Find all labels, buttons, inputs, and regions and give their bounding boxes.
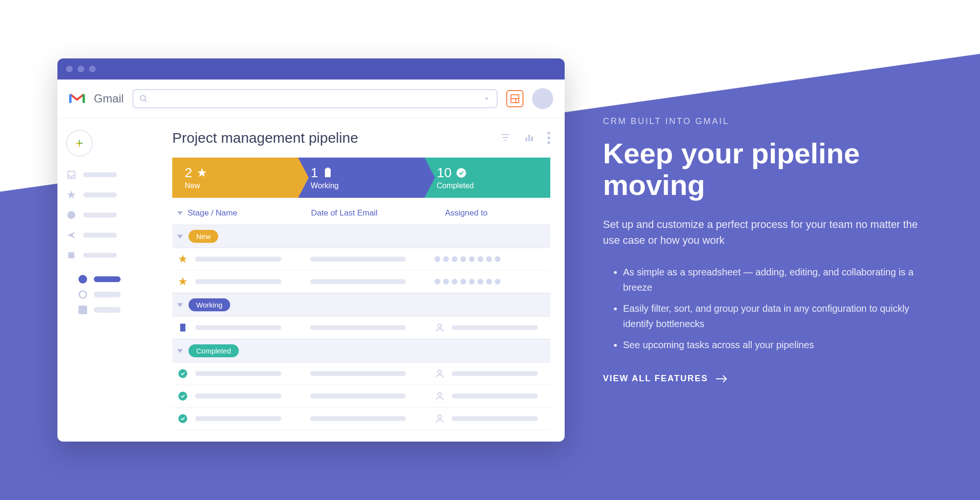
stage-working[interactable]: 1 Working — [298, 158, 424, 198]
table-row[interactable] — [172, 271, 550, 293]
clock-icon — [66, 210, 77, 220]
stage-count: 2 — [185, 165, 192, 181]
stage-pill: Working — [189, 298, 230, 311]
search-icon — [139, 94, 148, 103]
dot-icon — [78, 275, 87, 284]
compose-button[interactable]: + — [66, 130, 93, 157]
check-circle-icon — [177, 413, 189, 424]
svg-point-21 — [438, 393, 441, 396]
plus-icon: + — [76, 136, 83, 151]
feature-list: As simple as a spreadsheet — adding, edi… — [603, 264, 923, 352]
cta-label: VIEW ALL FEATURES — [603, 374, 708, 384]
feature-item: See upcoming tasks across all your pipel… — [623, 337, 923, 352]
circle-icon — [78, 290, 87, 299]
filter-icon[interactable] — [500, 132, 511, 143]
svg-rect-10 — [525, 137, 527, 141]
more-menu-icon[interactable] — [547, 132, 550, 144]
star-icon — [177, 254, 189, 264]
group-header-new[interactable]: New — [172, 225, 550, 248]
check-circle-icon — [456, 167, 467, 179]
top-bar: Gmail — [57, 80, 565, 118]
eyebrow-text: CRM BUILT INTO GMAIL — [603, 116, 923, 126]
stage-label: Working — [311, 182, 412, 190]
stage-pill: Completed — [189, 344, 239, 357]
svg-point-19 — [438, 370, 441, 374]
stage-pill: New — [189, 230, 218, 243]
sidebar-pipeline-item[interactable] — [78, 302, 149, 318]
pipeline-table: Stage / Name Date of Last Email Assigned… — [172, 202, 550, 430]
streak-toggle-button[interactable] — [506, 90, 523, 107]
clipboard-icon — [322, 167, 334, 179]
stage-label: Completed — [437, 182, 538, 190]
column-assigned[interactable]: Assigned to — [445, 208, 546, 218]
star-icon — [196, 167, 208, 179]
window-control-minimize[interactable] — [78, 66, 84, 72]
inbox-icon — [66, 170, 77, 180]
window-titlebar — [57, 58, 565, 80]
send-icon — [66, 230, 77, 240]
sidebar-item-snoozed[interactable] — [66, 206, 149, 224]
person-icon — [434, 322, 445, 333]
stage-summary: 2 New 1 Working 10 Completed — [172, 158, 550, 198]
svg-line-1 — [145, 100, 147, 102]
page-title: Project management pipeline — [172, 130, 358, 146]
column-stage[interactable]: Stage / Name — [177, 208, 311, 218]
column-date[interactable]: Date of Last Email — [311, 208, 445, 218]
table-row[interactable] — [172, 317, 550, 339]
collapse-icon — [177, 349, 183, 353]
sidebar-pipeline-active[interactable] — [78, 272, 149, 287]
check-circle-icon — [177, 391, 189, 401]
user-avatar[interactable] — [532, 88, 553, 109]
star-icon — [66, 190, 77, 200]
brand-label: Gmail — [94, 92, 124, 105]
sidebar-item-sent[interactable] — [66, 227, 149, 244]
star-icon — [177, 276, 189, 287]
svg-point-23 — [438, 415, 441, 419]
svg-point-0 — [140, 95, 145, 101]
sidebar-item-starred[interactable] — [66, 186, 149, 204]
collapse-icon — [177, 303, 183, 307]
search-input[interactable] — [133, 89, 498, 108]
table-row[interactable] — [172, 408, 550, 430]
view-features-link[interactable]: VIEW ALL FEATURES — [603, 374, 728, 384]
window-control-maximize[interactable] — [89, 66, 96, 72]
svg-rect-13 — [325, 169, 331, 177]
stage-label: New — [185, 182, 286, 190]
arrow-right-icon — [715, 374, 728, 384]
svg-rect-12 — [531, 136, 533, 141]
app-window: Gmail + Project management pipelin — [57, 58, 565, 442]
group-header-completed[interactable]: Completed — [172, 339, 550, 363]
table-row[interactable] — [172, 363, 550, 385]
svg-rect-6 — [68, 252, 75, 259]
feature-item: Easily filter, sort, and group your data… — [623, 301, 923, 331]
sidebar-item-drafts[interactable] — [66, 247, 149, 264]
chart-icon[interactable] — [523, 132, 535, 143]
svg-point-15 — [457, 168, 466, 178]
svg-rect-14 — [326, 168, 329, 170]
sidebar-pipeline-item[interactable] — [78, 287, 149, 302]
person-icon — [434, 413, 445, 424]
stage-completed[interactable]: 10 Completed — [424, 158, 550, 198]
table-row[interactable] — [172, 385, 550, 408]
stage-new[interactable]: 2 New — [172, 158, 298, 198]
sidebar-item-inbox[interactable] — [66, 166, 149, 183]
group-header-working[interactable]: Working — [172, 293, 550, 317]
svg-point-17 — [438, 324, 441, 328]
svg-rect-16 — [180, 324, 186, 332]
table-row[interactable] — [172, 248, 550, 271]
sidebar: + — [57, 118, 158, 442]
window-control-close[interactable] — [66, 66, 73, 72]
subheading: Set up and customize a perfect process f… — [603, 216, 923, 248]
square-icon — [66, 250, 77, 261]
stage-count: 10 — [437, 165, 452, 181]
svg-rect-11 — [528, 135, 530, 141]
gmail-logo-icon — [69, 92, 85, 105]
person-icon — [434, 368, 445, 379]
feature-item: As simple as a spreadsheet — adding, edi… — [623, 264, 923, 295]
main-content: Project management pipeline 2 New 1 Work… — [158, 118, 565, 442]
square-icon — [78, 306, 87, 314]
headline: Keep your pipeline moving — [603, 138, 923, 201]
svg-point-18 — [178, 369, 187, 378]
chevron-down-icon — [482, 94, 491, 103]
svg-point-5 — [67, 211, 76, 219]
